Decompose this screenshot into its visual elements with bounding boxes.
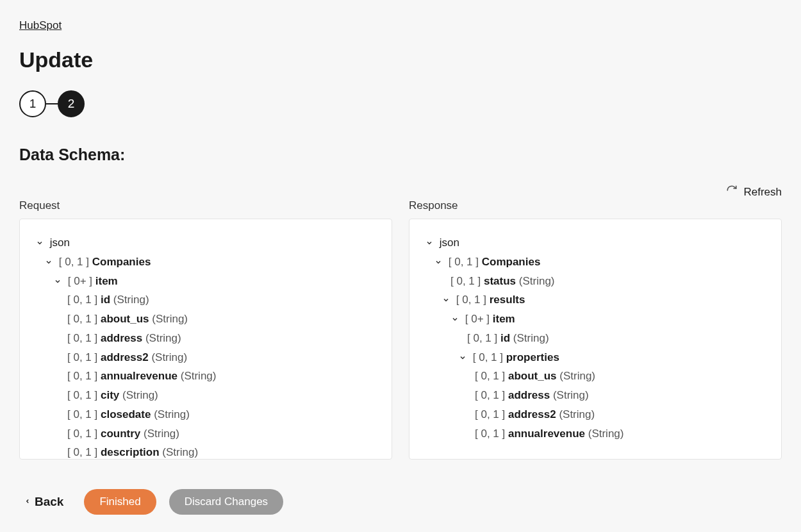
tree-node-type: (String) xyxy=(559,370,595,382)
tree-node-companies[interactable]: Companies xyxy=(482,256,541,268)
tree-leaf[interactable]: [ 0, 1 ] address2 (String) xyxy=(425,405,766,424)
tree-node-name: id xyxy=(101,294,110,306)
tree-leaf[interactable]: [ 0, 1 ] annualrevenue (String) xyxy=(35,367,376,386)
response-tree[interactable]: json [ 0, 1 ] Companies [ 0, 1 ] status … xyxy=(409,219,782,460)
tree-leaf[interactable]: [ 0, 1 ] closedate (String) xyxy=(35,405,376,424)
chevron-down-icon[interactable] xyxy=(425,233,434,253)
chevron-down-icon[interactable] xyxy=(450,310,459,329)
tree-node-type: (String) xyxy=(154,408,190,420)
response-column: Response json [ 0, 1 ] Companies [ 0, 1 … xyxy=(409,203,782,460)
tree-node-companies[interactable]: Companies xyxy=(92,256,151,268)
discard-button[interactable]: Discard Changes xyxy=(169,489,283,515)
tree-node-type: (String) xyxy=(122,389,158,401)
refresh-icon xyxy=(726,185,738,199)
tree-node-name: about_us xyxy=(101,313,149,325)
tree-node-name: country xyxy=(101,428,140,440)
tree-node-name: address2 xyxy=(508,408,556,420)
response-label: Response xyxy=(409,199,782,212)
chevron-left-icon xyxy=(24,495,31,509)
tree-card: [ 0, 1 ] xyxy=(67,428,97,440)
back-label: Back xyxy=(35,495,63,509)
back-button[interactable]: Back xyxy=(24,495,63,509)
request-column: Request json [ 0, 1 ] Companies [ 0+ ] i… xyxy=(19,203,392,460)
tree-leaf[interactable]: [ 0, 1 ] address (String) xyxy=(35,329,376,348)
tree-card: [ 0, 1 ] xyxy=(67,389,97,401)
tree-node-name: about_us xyxy=(508,370,557,382)
tree-leaf[interactable]: [ 0, 1 ] address2 (String) xyxy=(35,348,376,367)
tree-card: [ 0, 1 ] xyxy=(67,446,97,458)
tree-node-type: (String) xyxy=(144,428,179,440)
tree-node-name: description xyxy=(101,446,160,458)
tree-node-name: closedate xyxy=(101,408,151,420)
tree-node-name: address xyxy=(101,332,142,344)
tree-card: [ 0, 1 ] xyxy=(67,408,97,420)
chevron-down-icon[interactable] xyxy=(53,272,62,291)
chevron-down-icon[interactable] xyxy=(458,348,467,367)
tree-card: [ 0, 1 ] xyxy=(59,256,89,268)
tree-card: [ 0, 1 ] xyxy=(473,351,503,363)
tree-card: [ 0, 1 ] xyxy=(467,332,497,344)
stepper: 1 2 xyxy=(19,90,782,117)
tree-leaf[interactable]: [ 0, 1 ] about_us (String) xyxy=(425,367,766,386)
step-2[interactable]: 2 xyxy=(58,90,85,117)
tree-card: [ 0, 1 ] xyxy=(456,294,486,306)
tree-node-name: city xyxy=(101,389,119,401)
step-1[interactable]: 1 xyxy=(19,90,46,117)
tree-card: [ 0, 1 ] xyxy=(475,389,505,401)
tree-node-type: (String) xyxy=(519,275,555,287)
tree-leaf[interactable]: [ 0, 1 ] id (String) xyxy=(35,290,376,310)
breadcrumb[interactable]: HubSpot xyxy=(19,19,62,32)
tree-node-type: (String) xyxy=(113,294,149,306)
tree-node-item[interactable]: item xyxy=(493,313,515,325)
tree-card: [ 0, 1 ] xyxy=(475,370,505,382)
tree-leaf[interactable]: [ 0, 1 ] country (String) xyxy=(35,424,376,444)
tree-node-type: (String) xyxy=(151,351,187,363)
tree-node-type: (String) xyxy=(181,370,217,382)
chevron-down-icon[interactable] xyxy=(44,253,53,272)
tree-node-status[interactable]: status xyxy=(484,275,516,287)
tree-card: [ 0, 1 ] xyxy=(450,275,481,287)
tree-node-json[interactable]: json xyxy=(50,237,70,249)
tree-card: [ 0, 1 ] xyxy=(475,408,505,420)
tree-node-type: (String) xyxy=(162,446,198,458)
tree-card: [ 0+ ] xyxy=(465,313,490,325)
page-title: Update xyxy=(19,47,782,72)
tree-node-name: address2 xyxy=(101,351,149,363)
tree-node-item[interactable]: item xyxy=(95,275,118,287)
tree-leaf[interactable]: [ 0, 1 ] description (String) xyxy=(35,443,376,460)
tree-leaf[interactable]: [ 0, 1 ] city (String) xyxy=(35,386,376,405)
tree-node-type: (String) xyxy=(152,313,188,325)
tree-card: [ 0, 1 ] xyxy=(449,256,479,268)
tree-node-properties[interactable]: properties xyxy=(506,351,559,363)
tree-card: [ 0, 1 ] xyxy=(67,332,97,344)
tree-leaf[interactable]: [ 0, 1 ] address (String) xyxy=(425,386,766,405)
finished-button[interactable]: Finished xyxy=(84,489,156,515)
tree-node-type: (String) xyxy=(588,428,624,440)
refresh-label: Refresh xyxy=(743,186,782,199)
tree-node-type: (String) xyxy=(145,332,181,344)
tree-node-name: annualrevenue xyxy=(101,370,178,382)
step-line xyxy=(46,103,58,104)
tree-card: [ 0, 1 ] xyxy=(67,351,97,363)
section-title: Data Schema: xyxy=(19,145,782,164)
chevron-down-icon[interactable] xyxy=(442,290,450,310)
tree-node-type: (String) xyxy=(513,332,549,344)
request-label: Request xyxy=(19,199,392,212)
tree-leaf[interactable]: [ 0, 1 ] annualrevenue (String) xyxy=(425,424,766,444)
chevron-down-icon[interactable] xyxy=(35,233,44,253)
tree-card: [ 0, 1 ] xyxy=(475,428,505,440)
tree-leaf[interactable]: [ 0, 1 ] about_us (String) xyxy=(35,310,376,329)
tree-card: [ 0+ ] xyxy=(68,275,92,287)
tree-node-json[interactable]: json xyxy=(440,237,459,249)
tree-node-results[interactable]: results xyxy=(490,294,525,306)
tree-card: [ 0, 1 ] xyxy=(67,294,97,306)
tree-node-type: (String) xyxy=(553,389,589,401)
tree-node-type: (String) xyxy=(559,408,595,420)
request-tree[interactable]: json [ 0, 1 ] Companies [ 0+ ] item [ 0,… xyxy=(19,219,392,460)
tree-node-id[interactable]: id xyxy=(500,332,510,344)
tree-card: [ 0, 1 ] xyxy=(67,313,97,325)
tree-card: [ 0, 1 ] xyxy=(67,370,97,382)
tree-node-name: address xyxy=(508,389,550,401)
chevron-down-icon[interactable] xyxy=(434,253,443,272)
tree-node-name: annualrevenue xyxy=(508,428,585,440)
